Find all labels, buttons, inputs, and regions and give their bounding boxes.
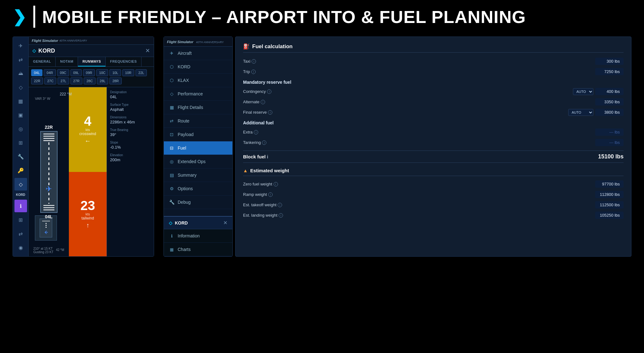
- lw-info-icon[interactable]: i: [279, 213, 283, 218]
- ramp-value: 112800 lbs: [595, 191, 624, 198]
- final-reserve-info-icon[interactable]: i: [268, 110, 272, 115]
- sub-item-charts[interactable]: ▦ Charts: [164, 243, 232, 256]
- designation-label: Designation: [110, 90, 151, 94]
- runway-tab-28r[interactable]: 28R: [109, 77, 121, 84]
- nav-label-klax: KLAX: [178, 78, 189, 83]
- sidebar-icon-grid[interactable]: ⊞: [14, 214, 27, 226]
- page-header: ❯ MOBILE FRIENDLY – AIRPORT INTO & FUEL …: [0, 0, 644, 33]
- sidebar-icon-camera[interactable]: ▣: [14, 109, 27, 121]
- sidebar-icon-kord[interactable]: ◇: [14, 178, 27, 191]
- tankering-info-icon[interactable]: i: [262, 140, 266, 145]
- alternate-info-icon[interactable]: i: [261, 100, 265, 104]
- lw-label: Est. landing weight i: [243, 213, 283, 218]
- charts-icon: ▦: [169, 247, 175, 252]
- contingency-select[interactable]: AUTO 5% 10%: [573, 88, 593, 95]
- fuel-panel: ⛽ Fuel calculation Taxi i 300 lbs Trip i…: [235, 37, 631, 257]
- runway-tab-27c[interactable]: 27C: [44, 77, 56, 84]
- kord-nav-icon: ⬡: [169, 64, 175, 69]
- ramp-info-icon[interactable]: i: [268, 192, 273, 197]
- extra-info-icon[interactable]: i: [254, 130, 258, 134]
- taxi-value: 300 lbs: [595, 58, 624, 65]
- block-fuel-info-icon[interactable]: i: [267, 154, 268, 159]
- ramp-label: Ramp weight i: [243, 192, 273, 197]
- sidebar-icon-key[interactable]: 🔑: [14, 164, 27, 177]
- nav-item-performance[interactable]: ◇ Performance: [164, 87, 232, 101]
- sidebar-icon-layers[interactable]: ⇄: [14, 227, 27, 240]
- airport-close-button[interactable]: ✕: [145, 47, 150, 54]
- tab-general[interactable]: GENERAL: [29, 57, 56, 66]
- nav-item-route[interactable]: ⇄ Route: [164, 114, 232, 128]
- nav-item-aircraft[interactable]: ✈ Aircraft: [164, 47, 232, 60]
- runway-tab-09r[interactable]: 09R: [83, 69, 95, 76]
- airport-id: KORD: [38, 48, 55, 54]
- tab-runways[interactable]: RUNWAYS: [78, 57, 106, 66]
- tailwind-unit: kts: [86, 212, 90, 216]
- nav-item-extended-ops[interactable]: ◎ Extended Ops: [164, 155, 232, 168]
- runway-tab-10r[interactable]: 10R: [122, 69, 134, 76]
- sidebar-icon-gauge[interactable]: ◉: [14, 241, 27, 254]
- runway-info-panel: Designation 04L Surface Type Asphalt Dim…: [107, 87, 154, 256]
- sidebar-icon-calendar[interactable]: ⊞: [14, 136, 27, 149]
- nav-item-kord[interactable]: ⬡ KORD: [164, 60, 232, 74]
- runway-tab-27r[interactable]: 27R: [70, 77, 82, 84]
- sidebar-icon-circle[interactable]: ◎: [14, 122, 27, 135]
- elevation-info-value: 200m: [110, 157, 151, 162]
- nav-item-options[interactable]: ⚙ Options: [164, 182, 232, 196]
- runway-tab-22l[interactable]: 22L: [136, 69, 147, 76]
- runway-tab-27l[interactable]: 27L: [58, 77, 69, 84]
- crosswind-type: crosswind: [79, 132, 96, 136]
- runway-tab-22r[interactable]: 22R: [31, 77, 43, 84]
- additional-fuel-section: Additional fuel Extra i --- lbs Tankerin…: [243, 120, 624, 146]
- sub-panel-diamond-icon: ◇: [169, 220, 172, 225]
- final-reserve-select[interactable]: AUTO MANUAL: [568, 109, 593, 116]
- runway-tab-28c[interactable]: 28C: [84, 77, 96, 84]
- nav-msfs-logo: Flight Simulator 40TH ANNIVERSARY: [164, 37, 232, 47]
- nav-item-klax[interactable]: ⬡ KLAX: [164, 74, 232, 87]
- nav-item-flight-details[interactable]: ▦ Flight Details: [164, 101, 232, 114]
- information-icon: ℹ: [169, 234, 175, 238]
- sidebar-icon-plane[interactable]: ✈: [14, 39, 27, 52]
- sub-panel-close-button[interactable]: ✕: [223, 220, 227, 226]
- runway-tab-09c[interactable]: 09C: [57, 69, 69, 76]
- nav-item-payload[interactable]: ⊡ Payload: [164, 128, 232, 141]
- dimensions-value: 2286m x 46m: [110, 120, 151, 124]
- trip-label: Trip i: [243, 69, 256, 74]
- sidebar-icon-route[interactable]: ⇄: [14, 53, 27, 66]
- route-icon: ⇄: [169, 118, 175, 123]
- crosswind-value: 4: [84, 115, 91, 128]
- nav-item-summary[interactable]: ▤ Summary: [164, 168, 232, 182]
- tow-info-icon[interactable]: i: [278, 203, 282, 207]
- runway-tab-04r[interactable]: 04R: [44, 69, 56, 76]
- tab-notam[interactable]: NOTAM: [56, 57, 78, 66]
- sidebar-info-button[interactable]: ℹ: [14, 200, 27, 212]
- sidebar-icon-box[interactable]: ▦: [14, 95, 27, 107]
- tailwind-type: tailwind: [81, 216, 94, 220]
- sub-panel-title: ◇ KORD: [169, 220, 188, 225]
- crosswind-box: 4 kts crosswind ←: [69, 87, 107, 172]
- klax-nav-icon: ⬡: [169, 78, 175, 83]
- nav-items: ✈ Aircraft ⬡ KORD ⬡ KLAX ◇ Performance: [164, 47, 232, 216]
- runway-tab-04l[interactable]: 04L: [31, 69, 42, 76]
- sub-item-information[interactable]: ℹ Information: [164, 229, 232, 243]
- contingency-info-icon[interactable]: i: [267, 89, 271, 94]
- runway-tab-09l[interactable]: 09L: [70, 69, 82, 76]
- estimated-weight-title: ▲ Estimated weight: [243, 168, 624, 176]
- nav-label-fuel: Fuel: [178, 145, 186, 151]
- runway-tab-10l[interactable]: 10L: [109, 69, 121, 76]
- sidebar-icon-wrench[interactable]: 🔧: [14, 150, 27, 163]
- runway-tab-28l[interactable]: 28L: [97, 77, 108, 84]
- estimated-weight-label: Estimated weight: [250, 168, 289, 173]
- runway-tab-10c[interactable]: 10C: [96, 69, 108, 76]
- nav-item-debug[interactable]: 🔧 Debug: [164, 196, 232, 209]
- sidebar-icon-nav[interactable]: ◇: [14, 81, 27, 94]
- tab-frequencies[interactable]: FREQUENCIES: [106, 57, 142, 66]
- sidebar-icon-terrain[interactable]: ⛰: [14, 67, 27, 80]
- nav-item-fuel[interactable]: ⊟ Fuel: [164, 141, 232, 155]
- taxi-info-icon[interactable]: i: [252, 59, 256, 64]
- trip-value: 7250 lbs: [595, 68, 624, 75]
- msfs-logo-text: Flight Simulator: [32, 39, 58, 43]
- sub-panel-kord-label: KORD: [175, 220, 188, 225]
- trip-info-icon[interactable]: i: [251, 70, 256, 74]
- airport-panel: ✈ ⇄ ⛰ ◇ ▦ ▣ ◎ ⊞ 🔧 🔑 ◇ KORD ℹ ⊞ ⇄ ◉: [13, 37, 154, 257]
- zfw-info-icon[interactable]: i: [274, 182, 278, 186]
